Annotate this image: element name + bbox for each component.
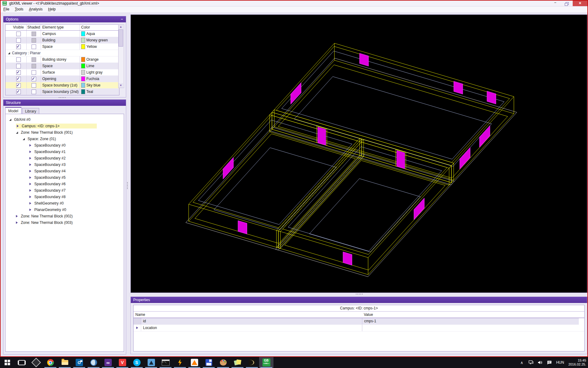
tree-item[interactable]: Campus: <ID: cmps-1>	[6, 123, 124, 129]
blue-bird-app-taskbar-icon[interactable]	[144, 357, 158, 368]
network-icon[interactable]	[529, 360, 533, 365]
element-type-row[interactable]: Space boundary (2nd)Teal	[6, 89, 119, 95]
vlc-taskbar-icon[interactable]	[187, 357, 202, 368]
tree-item[interactable]: ShellGeometry #0	[6, 200, 124, 207]
tree-item[interactable]: SpaceBoundary #4	[6, 168, 124, 174]
expanded-icon[interactable]	[23, 138, 25, 140]
tree-item[interactable]: SpaceBoundary #8	[6, 194, 124, 200]
tree-item[interactable]: Zone: New Thermal Block (001)	[6, 129, 124, 136]
winamp-taskbar-icon[interactable]	[173, 357, 187, 368]
3d-viewport[interactable]	[130, 14, 587, 293]
dark-cad-app-taskbar-icon[interactable]	[245, 357, 259, 368]
collapsed-icon[interactable]	[17, 125, 19, 127]
shaded-checkbox[interactable]	[32, 32, 36, 36]
tree-item[interactable]: Space: Zone (01)	[6, 136, 124, 142]
tree-item[interactable]: SpaceBoundary #3	[6, 162, 124, 168]
element-type-row[interactable]: SpaceLime	[6, 63, 119, 69]
tree-item[interactable]: PlanarGeometry #0	[6, 207, 124, 213]
collapsed-icon[interactable]	[29, 202, 31, 205]
properties-panel-header[interactable]: Properties	[131, 297, 587, 303]
language-indicator[interactable]: HUN	[556, 360, 564, 365]
shaded-checkbox[interactable]	[32, 64, 36, 68]
left-right-splitter[interactable]	[127, 182, 128, 189]
tree-item[interactable]: Zone: New Thermal Block (003)	[6, 220, 124, 226]
collapsed-icon[interactable]	[136, 327, 138, 329]
total-commander-taskbar-icon[interactable]	[202, 357, 216, 368]
menu-help[interactable]: Help	[45, 6, 58, 12]
visible-checkbox[interactable]	[16, 38, 21, 43]
tree-item[interactable]: SpaceBoundary #2	[6, 155, 124, 162]
sticky-notes-taskbar-icon[interactable]	[230, 357, 245, 368]
paint-palette-taskbar-icon[interactable]	[216, 357, 230, 368]
title-bar[interactable]: GBXML gbXML viewer - <I:\Publik\tesztmap…	[1, 1, 587, 6]
scrollbar-thumb[interactable]	[119, 29, 123, 47]
visible-checkbox[interactable]	[16, 57, 21, 62]
visible-checkbox[interactable]	[16, 64, 21, 68]
menu-tools[interactable]: Tools	[12, 6, 26, 12]
collapsed-icon[interactable]	[29, 196, 31, 198]
element-type-row[interactable]: SurfaceLight gray	[6, 69, 119, 76]
element-type-row[interactable]: BuildingMoney green	[6, 37, 119, 44]
visual-studio-taskbar-icon[interactable]: ∞	[101, 357, 115, 368]
tree-item[interactable]: SpaceBoundary #1	[6, 149, 124, 155]
outlook-taskbar-icon[interactable]: O	[72, 357, 86, 368]
property-row[interactable]: Location	[134, 325, 584, 332]
visible-checkbox[interactable]	[16, 83, 21, 88]
collapse-options-button[interactable]: –	[120, 16, 124, 22]
tree-item[interactable]: Zone: New Thermal Block (002)	[6, 213, 124, 220]
collapsed-icon[interactable]	[29, 151, 31, 153]
shaded-checkbox[interactable]	[32, 38, 36, 43]
unity-taskbar-icon[interactable]	[29, 357, 43, 368]
shaded-checkbox[interactable]	[32, 77, 36, 81]
clock[interactable]: 15:45 2016.02.25.	[568, 358, 586, 366]
tree-item[interactable]: SpaceBoundary #0	[6, 142, 124, 149]
tree-item[interactable]: SpaceBoundary #6	[6, 181, 124, 187]
shaded-checkbox[interactable]	[32, 70, 36, 75]
collapsed-icon[interactable]	[29, 183, 31, 185]
tree-item[interactable]: GbXml #0	[6, 117, 124, 123]
vivaldi-taskbar-icon[interactable]: V	[115, 357, 130, 368]
notification-icon[interactable]	[547, 360, 552, 365]
visible-checkbox[interactable]	[16, 70, 21, 75]
restore-button[interactable]	[562, 1, 572, 6]
chrome-taskbar-icon[interactable]	[43, 357, 58, 368]
gbxml-viewer-taskbar-icon[interactable]: GB<XML>	[259, 357, 273, 368]
element-type-row[interactable]: OpeningFuchsia	[6, 76, 119, 82]
task-view-taskbar-icon[interactable]	[14, 357, 29, 368]
structure-panel-header[interactable]: Structure	[3, 100, 126, 106]
shaded-checkbox[interactable]	[32, 44, 36, 49]
element-type-row[interactable]: CampusAqua	[6, 31, 119, 37]
collapsed-icon[interactable]	[29, 163, 31, 166]
collapsed-icon[interactable]	[29, 157, 31, 159]
collapsed-icon[interactable]	[29, 176, 31, 179]
tree-item[interactable]: SpaceBoundary #5	[6, 174, 124, 181]
category-group-row[interactable]: Category : Planar	[6, 50, 119, 56]
menu-analysis[interactable]: Analysis	[26, 6, 45, 12]
scroll-down-button[interactable]: ▼	[119, 83, 123, 88]
scroll-up-button[interactable]: ▲	[119, 25, 123, 29]
options-panel-header[interactable]: Options –	[3, 16, 126, 22]
options-scrollbar[interactable]: ▲ ▼	[118, 24, 124, 88]
options-structure-splitter[interactable]	[59, 97, 66, 98]
close-button[interactable]: ×	[573, 1, 587, 6]
element-type-row[interactable]: Building storeyOrange	[6, 56, 119, 63]
collapsed-icon[interactable]	[16, 215, 18, 217]
shaded-checkbox[interactable]	[32, 83, 36, 88]
element-type-row[interactable]: Space boundary (1st)Sky blue	[6, 82, 119, 89]
start-taskbar-icon[interactable]	[0, 357, 14, 368]
skype-taskbar-icon[interactable]: S	[130, 357, 144, 368]
minimize-button[interactable]: –	[550, 1, 560, 6]
viewport-properties-splitter[interactable]	[356, 294, 363, 294]
expanded-icon[interactable]	[16, 132, 18, 134]
file-explorer-taskbar-icon[interactable]	[58, 357, 72, 368]
tab-model[interactable]: Model	[5, 107, 21, 114]
element-type-row[interactable]: SpaceYellow	[6, 44, 119, 50]
expanded-icon[interactable]	[9, 119, 11, 121]
visible-checkbox[interactable]	[16, 77, 21, 81]
globe-app-taskbar-icon[interactable]	[86, 357, 101, 368]
visible-checkbox[interactable]	[16, 44, 21, 49]
visible-checkbox[interactable]	[16, 90, 21, 94]
collapsed-icon[interactable]	[16, 221, 18, 224]
collapsed-icon[interactable]	[29, 209, 31, 211]
collapsed-icon[interactable]	[29, 170, 31, 172]
